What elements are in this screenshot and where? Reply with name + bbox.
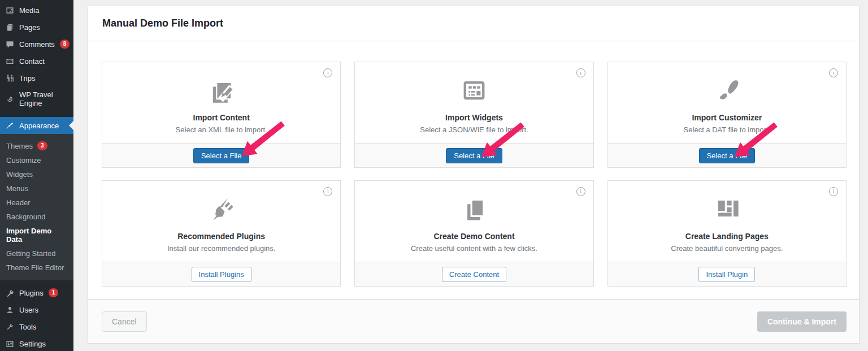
card-title: Create Landing Pages — [608, 232, 846, 241]
submenu-item-label: Header — [6, 198, 31, 207]
sidebar-item-label: Users — [19, 306, 38, 314]
create-landing-pages-icon — [608, 193, 846, 225]
contact-icon — [5, 57, 14, 66]
sidebar-item-label: WP Travel Engine — [19, 90, 69, 107]
card-main: i Import Customizer Select a DAT file to… — [608, 62, 846, 143]
import-customizer-icon — [608, 75, 846, 106]
submenu-item-label: Customize — [6, 156, 41, 164]
sidebar-item-label: Media — [19, 6, 39, 15]
select-file-button[interactable]: Select a File — [699, 148, 756, 163]
submenu-item-label: Getting Started — [6, 249, 55, 258]
sidebar-item-media[interactable]: Media — [0, 2, 73, 19]
info-icon[interactable]: i — [576, 68, 585, 77]
submenu-item-import-demo-data[interactable]: Import Demo Data — [0, 224, 73, 246]
sidebar-item-label: Settings — [19, 340, 46, 348]
select-file-button[interactable]: Select a File — [193, 148, 250, 163]
info-icon[interactable]: i — [576, 187, 585, 196]
import-widgets-icon — [355, 75, 593, 106]
submenu-item-themes[interactable]: Themes 3 — [0, 138, 73, 153]
sidebar-item-trips[interactable]: Trips — [0, 70, 73, 86]
sidebar-item-label: Tools — [19, 323, 36, 331]
submenu-item-menus[interactable]: Menus — [0, 181, 73, 196]
card-title: Recommended Plugins — [102, 232, 340, 241]
card-description: Install our recommended plugins. — [102, 244, 340, 253]
card-title: Create Demo Content — [355, 232, 593, 241]
card-grid: i Import Content Select an XML file to i… — [102, 62, 847, 287]
card-create-landing-pages: i Create Landing Pages Create beautiful … — [607, 180, 847, 287]
admin-sidebar: Media Pages Comments 8 Contact Trips WP … — [0, 0, 73, 351]
submenu-item-customize[interactable]: Customize — [0, 153, 73, 167]
wp-travel-engine-icon — [5, 94, 14, 103]
submenu-item-getting-started[interactable]: Getting Started — [0, 246, 73, 261]
demo-import-panel: Manual Demo File Import i — [88, 6, 860, 344]
card-title: Import Customizer — [608, 113, 846, 122]
submenu-item-label: Import Demo Data — [6, 227, 69, 244]
submenu-item-background[interactable]: Background — [0, 210, 73, 224]
card-footer: Select a File — [608, 143, 846, 167]
card-main: i Create Demo Content Create useful cont… — [355, 181, 593, 262]
sidebar-item-label: Comments — [19, 40, 55, 49]
sidebar-item-label: Pages — [19, 23, 40, 32]
sidebar-item-label: Appearance — [19, 122, 59, 130]
sidebar-item-appearance[interactable]: Appearance — [0, 117, 73, 134]
card-description: Create beautiful converting pages. — [608, 244, 846, 253]
appearance-submenu: Themes 3 Customize Widgets Menus Header … — [0, 134, 73, 280]
card-description: Create useful content with a few clicks. — [355, 244, 593, 253]
submenu-item-label: Widgets — [6, 170, 33, 179]
pages-icon — [5, 23, 14, 32]
submenu-item-widgets[interactable]: Widgets — [0, 167, 73, 181]
media-icon — [5, 6, 14, 15]
sidebar-item-contact[interactable]: Contact — [0, 53, 73, 70]
submenu-item-label: Theme File Editor — [6, 263, 64, 272]
select-file-button[interactable]: Select a File — [446, 148, 502, 163]
tools-icon — [5, 322, 14, 331]
sidebar-item-comments[interactable]: Comments 8 — [0, 36, 73, 53]
submenu-item-label: Menus — [6, 184, 28, 193]
submenu-item-label: Themes — [6, 142, 33, 150]
panel-header: Manual Demo File Import — [88, 6, 859, 41]
submenu-item-header[interactable]: Header — [0, 196, 73, 210]
card-main: i Recommended Plugins Install our recomm… — [102, 181, 340, 262]
submenu-item-theme-file-editor[interactable]: Theme File Editor — [0, 261, 73, 275]
sidebar-item-users[interactable]: Users — [0, 301, 73, 318]
card-description: Select a DAT file to import. — [608, 125, 846, 134]
card-main: i Import Content Select an XML file to i… — [102, 62, 340, 143]
card-description: Select a JSON/WIE file to import. — [355, 125, 593, 134]
install-plugins-button[interactable]: Install Plugins — [192, 267, 251, 282]
card-title: Import Content — [102, 113, 340, 122]
comments-icon — [5, 40, 14, 49]
create-content-button[interactable]: Create Content — [442, 267, 506, 282]
card-title: Import Widgets — [355, 113, 593, 122]
settings-icon — [5, 339, 14, 348]
sidebar-item-label: Trips — [19, 74, 35, 83]
sidebar-item-wp-travel-engine[interactable]: WP Travel Engine — [0, 86, 73, 111]
card-footer: Install Plugin — [608, 262, 846, 286]
themes-count-badge: 3 — [37, 141, 47, 150]
card-footer: Create Content — [355, 262, 593, 286]
card-create-demo-content: i Create Demo Content Create useful cont… — [354, 180, 593, 287]
cancel-button[interactable]: Cancel — [102, 311, 147, 332]
sidebar-item-settings[interactable]: Settings — [0, 335, 73, 351]
users-icon — [5, 305, 14, 314]
sidebar-bottom-items: Plugins 1 Users Tools Settings Collaps — [0, 284, 73, 351]
info-icon[interactable]: i — [829, 68, 838, 77]
install-plugin-button[interactable]: Install Plugin — [698, 267, 755, 282]
continue-import-button[interactable]: Continue & Import — [757, 311, 847, 332]
panel-footer: Cancel Continue & Import — [88, 299, 859, 343]
panel-body: i Import Content Select an XML file to i… — [88, 41, 859, 287]
card-import-content: i Import Content Select an XML file to i… — [102, 62, 341, 168]
plugins-icon — [5, 288, 14, 297]
card-import-customizer: i Import Customizer Select a DAT file to… — [607, 62, 847, 168]
sidebar-item-tools[interactable]: Tools — [0, 318, 73, 335]
submenu-item-label: Background — [6, 213, 45, 221]
trips-icon — [5, 73, 14, 83]
sidebar-item-pages[interactable]: Pages — [0, 19, 73, 36]
appearance-icon — [5, 121, 14, 130]
card-main: i Create Landing Pages Create beautiful … — [608, 181, 846, 262]
info-icon[interactable]: i — [829, 187, 838, 196]
card-import-widgets: i Import Widgets Select a JSON/WIE file … — [354, 62, 593, 168]
sidebar-item-plugins[interactable]: Plugins 1 — [0, 284, 73, 301]
sidebar-item-label: Contact — [19, 57, 45, 66]
create-demo-content-icon — [355, 193, 593, 225]
plugins-count-badge: 1 — [49, 288, 59, 297]
